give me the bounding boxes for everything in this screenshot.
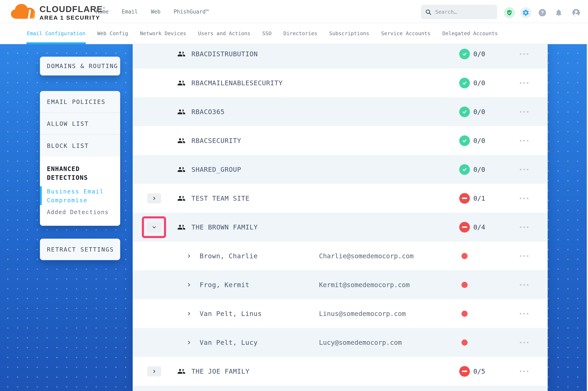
table-row-group[interactable]: RBACSECURITY 0/0: [133, 126, 548, 155]
group-name: THE JOE FAMILY: [191, 368, 250, 375]
table-row-group[interactable]: RBACDISTRUBUTION 0/0: [133, 44, 548, 69]
sidebar-card-domains-routing: DOMAINS & ROUTING: [40, 57, 120, 76]
secondary-nav: Email Configuration Web Config Network D…: [0, 23, 588, 44]
table-row-clipped: [133, 386, 548, 391]
nav-item-phishguard[interactable]: PhishGuard™: [174, 8, 209, 15]
security-shield-icon[interactable]: [504, 7, 515, 18]
bell-icon[interactable]: [555, 8, 563, 17]
tab-network-devices[interactable]: Network Devices: [140, 23, 186, 44]
member-name: Van Pelt, Linus: [200, 310, 262, 318]
status-red-dot: [461, 253, 468, 259]
help-icon[interactable]: ?: [539, 9, 546, 16]
member-count: 0/1: [473, 195, 485, 202]
group-icon: [177, 137, 185, 145]
sidebar-item-allow-list[interactable]: ALLOW LIST: [40, 113, 120, 135]
chevron-right-icon[interactable]: [186, 282, 192, 288]
nav-item-email[interactable]: Email: [122, 8, 138, 15]
tab-subscriptions[interactable]: Subscriptions: [329, 23, 369, 44]
group-icon: [177, 367, 185, 376]
workspace-background: DOMAINS & ROUTING EMAIL POLICIES ALLOW L…: [0, 44, 588, 391]
member-email: Charlie@somedemocorp.com: [319, 252, 414, 260]
status-enabled-icon: [459, 78, 470, 88]
member-count: 0/5: [473, 368, 485, 375]
sidebar-item-retract-settings[interactable]: RETRACT SETTINGS: [47, 246, 114, 253]
member-count: 0/4: [473, 223, 485, 231]
sidebar-section-enhanced-detections: ENHANCED DETECTIONS Business Email Compr…: [40, 157, 120, 226]
groups-table: RBACDISTRUBUTION 0/0 RBACMAILENABLESECUR…: [133, 44, 548, 391]
page: CLOUDFLARE® AREA 1 SECURITY Home Email W…: [0, 0, 588, 391]
table-row-member[interactable]: Brown, Charlie Charlie@somedemocorp.com: [133, 242, 548, 270]
more-options-button[interactable]: [516, 111, 532, 113]
tab-web-config[interactable]: Web Config: [97, 23, 128, 44]
member-name: Frog, Kermit: [200, 281, 249, 289]
chevron-right-icon[interactable]: [186, 340, 192, 345]
more-options-button[interactable]: [516, 140, 532, 141]
group-icon: [177, 194, 185, 202]
table-row-group[interactable]: RBACMAILENABLESECURITY 0/0: [133, 69, 548, 97]
table-row-group-collapsible[interactable]: THE JOE FAMILY 0/5: [133, 357, 548, 386]
sidebar-item-email-policies[interactable]: EMAIL POLICIES: [40, 91, 120, 113]
more-options-button[interactable]: [516, 169, 532, 170]
nav-item-home[interactable]: Home: [96, 8, 109, 15]
group-name: RBACO365: [191, 108, 225, 116]
sidebar-item-block-list[interactable]: BLOCK LIST: [40, 135, 120, 157]
group-name: TEST TEAM SITE: [191, 195, 250, 202]
table-row-member[interactable]: Van Pelt, Linus Linus@somedemocorp.com: [133, 299, 548, 328]
chevron-right-icon[interactable]: [186, 253, 192, 259]
tab-users-and-actions[interactable]: Users and Actions: [198, 23, 250, 44]
member-email: Linus@somedemocorp.com: [319, 310, 406, 318]
nav-item-web[interactable]: Web: [151, 8, 160, 15]
member-name: Brown, Charlie: [200, 252, 258, 260]
expand-button[interactable]: [147, 193, 161, 203]
group-name: RBACDISTRUBUTION: [191, 50, 258, 58]
gear-icon[interactable]: [520, 7, 531, 18]
table-row-group-collapsible[interactable]: TEST TEAM SITE 0/1: [133, 184, 548, 213]
status-red-dot: [461, 339, 468, 346]
group-name: THE BROWN FAMILY: [191, 223, 258, 231]
group-name: SHARED_GROUP: [191, 166, 241, 173]
tab-directories[interactable]: Directories: [283, 23, 317, 44]
sidebar-item-business-email-compromise[interactable]: Business Email Compromise: [47, 187, 108, 205]
table-row-member[interactable]: Van Pelt, Lucy Lucy@somedemocorp.com: [133, 328, 548, 357]
table-row-group[interactable]: SHARED_GROUP 0/0: [133, 155, 548, 184]
group-icon: [177, 223, 185, 231]
tab-delegated-accounts[interactable]: Delegated Accounts: [442, 23, 498, 44]
more-options-button[interactable]: [516, 82, 532, 84]
status-enabled-icon: [459, 164, 470, 175]
member-name: Van Pelt, Lucy: [200, 339, 258, 346]
more-options-button[interactable]: [516, 284, 532, 286]
status-disabled-icon: [459, 193, 470, 204]
more-options-button[interactable]: [516, 53, 532, 55]
avatar-icon[interactable]: [572, 8, 581, 17]
group-name: RBACSECURITY: [191, 137, 241, 145]
chevron-right-icon[interactable]: [186, 311, 192, 316]
group-icon: [177, 108, 185, 116]
table-row-group-collapsible[interactable]: THE BROWN FAMILY 0/4: [133, 213, 548, 242]
table-row-member[interactable]: Frog, Kermit Kermit@somedemocorp.com: [133, 270, 548, 299]
sidebar-item-domains-routing[interactable]: DOMAINS & ROUTING: [47, 63, 118, 70]
search-input[interactable]: [435, 9, 493, 15]
sidebar-item-added-detections[interactable]: Added Detections: [47, 209, 113, 215]
status-enabled-icon: [459, 106, 470, 117]
expand-button[interactable]: [147, 366, 161, 377]
table-row-group[interactable]: RBACO365 0/0: [133, 97, 548, 126]
more-options-button[interactable]: [516, 313, 532, 314]
more-options-button[interactable]: [516, 197, 532, 199]
more-options-button[interactable]: [516, 255, 532, 257]
tab-service-accounts[interactable]: Service Accounts: [381, 23, 431, 44]
search-icon: [425, 9, 432, 15]
member-email: Lucy@somedemocorp.com: [319, 339, 402, 346]
member-count: 0/0: [473, 79, 485, 87]
group-icon: [177, 79, 185, 87]
scrollbar-track[interactable]: [587, 44, 588, 391]
group-name: RBACMAILENABLESECURITY: [191, 79, 283, 87]
more-options-button[interactable]: [516, 226, 532, 228]
status-red-dot: [461, 311, 468, 317]
more-options-button[interactable]: [516, 371, 532, 372]
more-options-button[interactable]: [516, 342, 532, 343]
tab-email-configuration[interactable]: Email Configuration: [27, 23, 85, 44]
search-box[interactable]: [421, 5, 497, 19]
collapse-button[interactable]: [147, 222, 161, 232]
brand-logo: CLOUDFLARE® AREA 1 SECURITY: [9, 2, 105, 21]
tab-sso[interactable]: SSO: [262, 23, 272, 44]
